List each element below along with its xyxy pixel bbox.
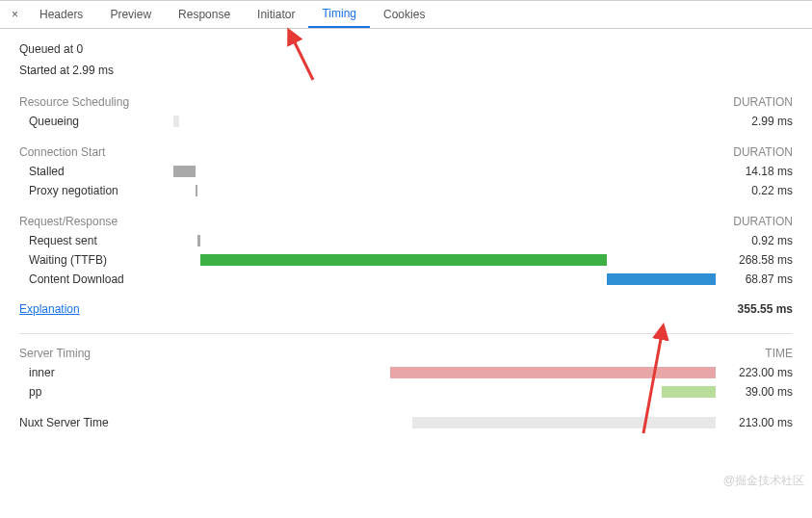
row-value: 0.92 ms <box>716 234 793 247</box>
section-title: Request/Response <box>19 215 733 228</box>
section-header: Resource SchedulingDURATION <box>19 92 793 112</box>
section-title: Server Timing <box>19 347 765 360</box>
queued-at: Queued at 0 <box>19 39 793 60</box>
row-value: 268.58 ms <box>716 253 793 267</box>
timing-row: Queueing2.99 ms <box>19 112 793 131</box>
section-title: Resource Scheduling <box>19 95 733 109</box>
tab-headers[interactable]: Headers <box>26 1 96 28</box>
tab-initiator[interactable]: Initiator <box>244 1 308 28</box>
timing-bar <box>412 417 716 428</box>
tab-cookies[interactable]: Cookies <box>370 1 438 28</box>
duration-label: DURATION <box>733 95 793 109</box>
tab-timing[interactable]: Timing <box>308 1 370 28</box>
bar-area <box>173 367 716 378</box>
row-label: Nuxt Server Time <box>19 416 173 429</box>
bar-area <box>173 116 716 127</box>
row-label: Waiting (TTFB) <box>19 253 173 267</box>
timing-bar <box>197 235 200 246</box>
timing-bar <box>196 185 198 196</box>
timing-bar <box>173 116 179 127</box>
watermark: @掘金技术社区 <box>723 473 804 489</box>
divider <box>19 333 793 334</box>
duration-label: TIME <box>765 347 793 360</box>
server-timing-row: pp39.00 ms <box>19 382 793 401</box>
row-value: 2.99 ms <box>716 115 793 128</box>
row-value: 223.00 ms <box>716 366 793 379</box>
row-value: 14.18 ms <box>716 165 793 178</box>
timing-section: Resource SchedulingDURATIONQueueing2.99 … <box>19 92 793 131</box>
timing-row: Waiting (TTFB)268.58 ms <box>19 250 793 270</box>
timing-section: Connection StartDURATIONStalled14.18 msP… <box>19 142 793 200</box>
explanation-row: Explanation 355.55 ms <box>19 302 793 316</box>
row-value: 213.00 ms <box>716 416 793 429</box>
bar-area <box>173 166 716 177</box>
duration-label: DURATION <box>733 215 793 228</box>
bar-area <box>173 254 716 266</box>
total-time: 355.55 ms <box>738 302 793 316</box>
row-label: Content Download <box>19 272 173 286</box>
timing-row: Request sent0.92 ms <box>19 231 793 250</box>
row-value: 39.00 ms <box>716 385 793 399</box>
timing-bar <box>662 386 716 398</box>
bar-area <box>173 273 716 285</box>
timing-bar <box>390 367 716 378</box>
server-timing-header: Server TimingTIME <box>19 344 793 363</box>
timing-row: Stalled14.18 ms <box>19 162 793 181</box>
timing-row: Content Download68.87 ms <box>19 270 793 289</box>
server-timing-row: inner223.00 ms <box>19 363 793 382</box>
row-label: Proxy negotiation <box>19 184 173 197</box>
tab-preview[interactable]: Preview <box>96 1 165 28</box>
row-value: 0.22 ms <box>716 184 793 197</box>
row-label: Queueing <box>19 115 173 128</box>
bar-area <box>173 185 716 196</box>
tab-response[interactable]: Response <box>165 1 244 28</box>
server-timing-total: Nuxt Server Time213.00 ms <box>19 413 793 432</box>
bar-area <box>173 417 716 428</box>
timing-section: Request/ResponseDURATIONRequest sent0.92… <box>19 212 793 289</box>
duration-label: DURATION <box>733 145 793 159</box>
timing-bar <box>607 273 716 285</box>
section-header: Connection StartDURATION <box>19 142 793 162</box>
section-header: Request/ResponseDURATION <box>19 212 793 231</box>
section-title: Connection Start <box>19 145 733 159</box>
started-at: Started at 2.99 ms <box>19 60 793 81</box>
row-value: 68.87 ms <box>716 272 793 286</box>
bar-area <box>173 386 716 398</box>
explanation-link[interactable]: Explanation <box>19 302 80 316</box>
row-label: pp <box>19 385 173 399</box>
close-icon[interactable]: × <box>4 8 26 21</box>
timing-row: Proxy negotiation0.22 ms <box>19 181 793 200</box>
timing-panel: Queued at 0 Started at 2.99 ms Resource … <box>0 29 812 442</box>
row-label: inner <box>19 366 173 379</box>
row-label: Stalled <box>19 165 173 178</box>
row-label: Request sent <box>19 234 173 247</box>
timing-bar <box>173 166 196 177</box>
tab-bar: × HeadersPreviewResponseInitiatorTimingC… <box>0 0 812 29</box>
timing-bar <box>200 254 607 266</box>
bar-area <box>173 235 716 246</box>
